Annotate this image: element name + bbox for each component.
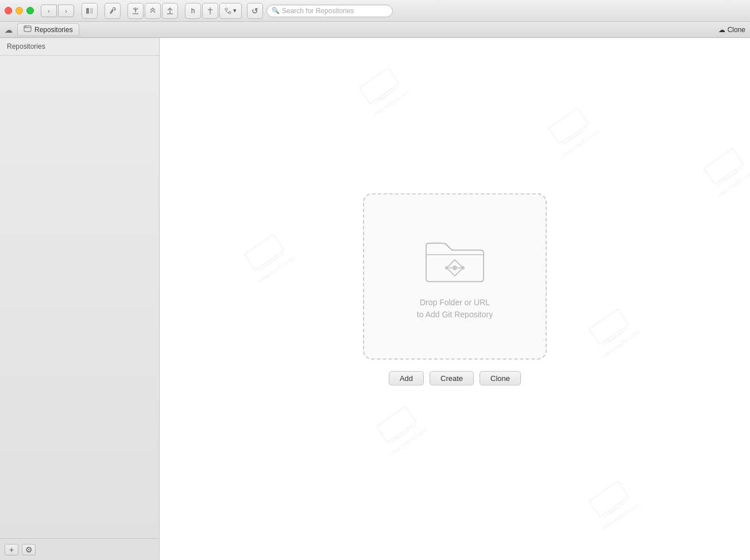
- traffic-lights: [5, 7, 34, 14]
- watermark-text-4: www.mac69.com: [601, 329, 640, 359]
- main-layout: Repositories + ⚙ www.mac69.com: [0, 38, 750, 560]
- refresh-icon: ↺: [252, 6, 258, 15]
- svg-point-35: [461, 266, 465, 269]
- toolbar-tags-button[interactable]: [202, 3, 218, 19]
- action-buttons: Add Create Clone: [389, 371, 521, 386]
- watermark-2: www.mac69.com: [543, 103, 600, 158]
- drop-text: Drop Folder or URL to Add Git Repository: [417, 296, 493, 320]
- toolbar-fetch-button[interactable]: [145, 3, 161, 19]
- clone-button[interactable]: Clone: [480, 371, 521, 386]
- svg-rect-13: [359, 68, 399, 104]
- svg-rect-17: [568, 130, 582, 141]
- svg-line-27: [391, 426, 416, 443]
- svg-rect-22: [589, 309, 628, 345]
- watermark-1: www.mac69.com: [354, 63, 411, 118]
- svg-rect-0: [86, 8, 89, 14]
- minimize-button[interactable]: [16, 7, 23, 14]
- sidebar-content: [0, 56, 159, 538]
- tab-repositories[interactable]: Repositories: [17, 23, 79, 36]
- toolbar-push-button[interactable]: [162, 3, 178, 19]
- search-bar[interactable]: 🔍 Search for Repositories: [266, 5, 393, 17]
- toolbar-right: ↺ 🔍 Search for Repositories: [247, 3, 393, 19]
- toolbar-group-2: [105, 3, 121, 19]
- watermark-text-7: www.mac69.com: [716, 169, 750, 199]
- content-area: www.mac69.com www.mac69.com www.mac69.co…: [160, 38, 750, 560]
- watermark-text-2: www.mac69.com: [561, 129, 600, 158]
- watermark-text-5: www.mac69.com: [389, 427, 428, 457]
- svg-rect-29: [608, 503, 623, 514]
- sidebar-footer: + ⚙: [0, 538, 159, 560]
- watermark-icon-7: [700, 145, 749, 191]
- svg-point-8: [225, 8, 227, 10]
- h-label: h: [191, 7, 195, 15]
- svg-rect-31: [703, 149, 743, 184]
- tags-icon: [207, 7, 213, 15]
- search-icon: 🔍: [272, 7, 280, 14]
- refresh-button[interactable]: ↺: [247, 3, 263, 19]
- titlebar: ‹ ›: [0, 0, 750, 22]
- svg-line-33: [718, 168, 743, 185]
- drop-zone-container: Drop Folder or URL to Add Git Repository…: [363, 193, 547, 386]
- watermark-icon-4: [585, 305, 635, 352]
- close-button[interactable]: [5, 7, 12, 14]
- wrench-icon: [109, 7, 117, 15]
- svg-line-18: [563, 127, 588, 145]
- svg-rect-26: [396, 428, 410, 439]
- sidebar-header: Repositories: [0, 38, 159, 56]
- pull-icon: [132, 7, 140, 15]
- folder-git-icon: [420, 232, 489, 287]
- back-button[interactable]: ‹: [41, 5, 57, 17]
- watermark-3: www.mac69.com: [239, 230, 296, 285]
- svg-rect-28: [589, 481, 628, 517]
- create-button[interactable]: Create: [430, 371, 474, 386]
- watermark-7: www.mac69.com: [698, 143, 750, 199]
- plus-icon: +: [9, 545, 14, 554]
- tabbar: ☁ Repositories ☁ Clone: [0, 22, 750, 38]
- toolbar-wrench-button[interactable]: [105, 3, 121, 19]
- svg-rect-14: [378, 90, 393, 100]
- watermark-icon-1: [355, 64, 405, 111]
- fetch-icon: [149, 7, 157, 15]
- svg-rect-25: [376, 407, 416, 442]
- settings-button[interactable]: ⚙: [22, 544, 36, 555]
- tab-repo-icon: [24, 25, 32, 34]
- toolbar-group-arrows: [127, 3, 178, 19]
- svg-line-21: [259, 254, 284, 271]
- watermark-5: www.mac69.com: [371, 402, 428, 457]
- gear-icon: ⚙: [25, 545, 33, 554]
- clone-cloud-icon: ☁: [718, 26, 725, 34]
- toolbar-h-button[interactable]: h: [185, 3, 201, 19]
- svg-rect-23: [608, 330, 623, 341]
- toolbar-show-button[interactable]: [82, 3, 98, 19]
- toolbar-pull-button[interactable]: [127, 3, 144, 19]
- watermark-text-3: www.mac69.com: [257, 255, 296, 285]
- svg-rect-1: [90, 8, 93, 14]
- maximize-button[interactable]: [26, 7, 34, 14]
- toolbar-branch-button[interactable]: ▾: [219, 3, 242, 19]
- drop-text-line1: Drop Folder or URL: [417, 296, 493, 308]
- watermark-6: www.mac69.com: [583, 476, 640, 531]
- svg-line-24: [604, 328, 628, 345]
- watermark-icon-5: [373, 403, 422, 449]
- watermark-4: www.mac69.com: [583, 304, 640, 359]
- add-repo-button[interactable]: +: [5, 544, 18, 555]
- svg-rect-10: [24, 26, 31, 32]
- drop-text-line2: to Add Git Repository: [417, 308, 493, 320]
- svg-rect-32: [723, 170, 737, 181]
- search-placeholder: Search for Repositories: [282, 7, 354, 15]
- sidebar-title: Repositories: [7, 42, 45, 50]
- svg-line-30: [604, 500, 628, 518]
- branch-icon: [225, 7, 231, 14]
- watermark-icon-2: [545, 104, 594, 151]
- forward-button[interactable]: ›: [58, 5, 74, 17]
- watermark-icon-3: [241, 231, 290, 277]
- drop-zone[interactable]: Drop Folder or URL to Add Git Repository: [363, 193, 547, 360]
- svg-point-36: [445, 266, 449, 269]
- clone-label: Clone: [728, 26, 745, 34]
- clone-header-button[interactable]: ☁ Clone: [718, 26, 745, 34]
- tab-label: Repositories: [34, 26, 73, 34]
- add-button[interactable]: Add: [389, 371, 424, 386]
- nav-buttons: ‹ ›: [41, 5, 74, 17]
- push-icon: [166, 7, 174, 15]
- svg-point-34: [453, 265, 457, 270]
